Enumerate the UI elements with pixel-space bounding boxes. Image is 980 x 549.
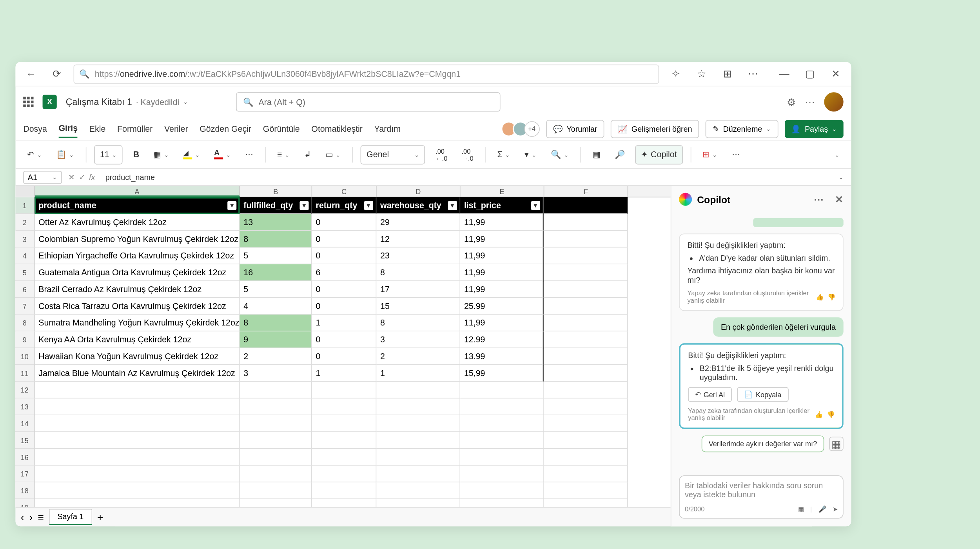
cell[interactable]: Kenya AA Orta Kavrulmuş Çekirdek 12oz bbox=[35, 332, 240, 349]
copilot-more-icon[interactable]: ⋯ bbox=[814, 194, 824, 205]
cancel-icon[interactable]: ✕ bbox=[68, 173, 74, 182]
cell[interactable]: 8 bbox=[377, 264, 461, 281]
filter-icon[interactable]: ▾ bbox=[448, 201, 457, 210]
user-avatar[interactable] bbox=[824, 92, 843, 111]
cell[interactable] bbox=[377, 499, 461, 507]
cell[interactable] bbox=[544, 298, 628, 315]
row-header[interactable]: 17 bbox=[15, 466, 34, 483]
pivot-button[interactable]: ▦ bbox=[589, 145, 604, 164]
url-bar[interactable]: 🔍 https://onedrive.live.com/:w:/t/EaCKkP… bbox=[74, 64, 659, 84]
cell[interactable]: Sumatra Mandheling Yoğun Kavrulmuş Çekir… bbox=[35, 315, 240, 332]
formula-input[interactable]: product_name bbox=[102, 171, 832, 183]
expand-formula-icon[interactable]: ⌄ bbox=[838, 174, 844, 180]
cell[interactable]: 8 bbox=[377, 315, 461, 332]
send-icon[interactable]: ➤ bbox=[833, 506, 838, 513]
cell[interactable] bbox=[312, 415, 377, 432]
cell[interactable]: 2 bbox=[240, 348, 312, 365]
col-header-b[interactable]: B bbox=[240, 186, 312, 197]
more-font-button[interactable]: ⋯ bbox=[241, 145, 257, 164]
cell[interactable] bbox=[240, 432, 312, 449]
cell[interactable]: 11,99 bbox=[461, 231, 544, 248]
copilot-button[interactable]: ✦ Copilot bbox=[635, 145, 683, 164]
cell[interactable] bbox=[544, 248, 628, 265]
cell[interactable] bbox=[377, 466, 461, 483]
col-header-f[interactable]: F bbox=[544, 186, 628, 197]
cell[interactable] bbox=[461, 432, 544, 449]
cell[interactable] bbox=[377, 382, 461, 399]
cell[interactable]: 0 bbox=[312, 248, 377, 265]
row-header[interactable]: 13 bbox=[15, 399, 34, 416]
autosum-button[interactable]: Σ ⌄ bbox=[494, 145, 514, 164]
cell[interactable]: 0 bbox=[312, 332, 377, 349]
col-header-d[interactable]: D bbox=[377, 186, 461, 197]
cell[interactable] bbox=[312, 399, 377, 416]
tab-automate[interactable]: Otomatikleştir bbox=[311, 120, 363, 137]
cell[interactable]: 11,99 bbox=[461, 315, 544, 332]
row-header[interactable]: 8 bbox=[15, 315, 34, 332]
cell[interactable]: 11,99 bbox=[461, 264, 544, 281]
cell[interactable]: 9 bbox=[240, 332, 312, 349]
cell[interactable] bbox=[35, 466, 240, 483]
cell[interactable]: 0 bbox=[312, 214, 377, 231]
cell[interactable]: Guatemala Antigua Orta Kavrulmuş Çekirde… bbox=[35, 264, 240, 281]
cell[interactable]: 13.99 bbox=[461, 348, 544, 365]
thumbs-up-icon[interactable]: 👍 bbox=[816, 293, 824, 300]
thumbs-down-icon[interactable]: 👎 bbox=[828, 293, 835, 300]
cell[interactable] bbox=[35, 415, 240, 432]
cell[interactable]: 12.99 bbox=[461, 332, 544, 349]
cell[interactable]: 15,99 bbox=[461, 365, 544, 382]
cell[interactable] bbox=[461, 382, 544, 399]
cell[interactable]: 11,99 bbox=[461, 214, 544, 231]
add-sheet-button[interactable]: + bbox=[97, 511, 103, 523]
table-header-cell[interactable]: product_name▾ bbox=[35, 197, 240, 214]
table-header-cell[interactable]: fullfilled_qty▾ bbox=[240, 197, 312, 214]
cell[interactable] bbox=[544, 365, 628, 382]
merge-button[interactable]: ▭ ⌄ bbox=[321, 145, 345, 164]
row-header[interactable]: 14 bbox=[15, 415, 34, 432]
tab-formulas[interactable]: Formüller bbox=[117, 120, 152, 137]
cell[interactable]: 0 bbox=[312, 281, 377, 298]
row-header[interactable]: 3 bbox=[15, 231, 34, 248]
thumbs-up-icon[interactable]: 👍 bbox=[815, 411, 823, 418]
tab-help[interactable]: Yardım bbox=[374, 120, 401, 137]
cell[interactable] bbox=[35, 399, 240, 416]
cell[interactable]: Brazil Cerrado Az Kavrulmuş Çekirdek 12o… bbox=[35, 281, 240, 298]
cell[interactable]: Colombian Supremo Yoğun Kavrulmuş Çekird… bbox=[35, 231, 240, 248]
row-header[interactable]: 16 bbox=[15, 449, 34, 466]
ribbon-collapse-button[interactable]: ⌄ bbox=[831, 145, 844, 164]
copilot-input[interactable]: Bir tablodaki veriler hakkında soru soru… bbox=[679, 475, 843, 518]
row-header[interactable]: 15 bbox=[15, 432, 34, 449]
fx-icon[interactable]: fx bbox=[89, 173, 95, 182]
favorites-icon[interactable]: ☆ bbox=[693, 65, 711, 83]
cell[interactable] bbox=[544, 264, 628, 281]
cell[interactable] bbox=[377, 482, 461, 499]
row-header[interactable]: 12 bbox=[15, 382, 34, 399]
suggestion-grid-icon[interactable]: ▦ bbox=[829, 437, 843, 451]
cell[interactable]: 0 bbox=[312, 231, 377, 248]
row-header[interactable]: 5 bbox=[15, 264, 34, 281]
cell[interactable] bbox=[461, 466, 544, 483]
cell[interactable]: 5 bbox=[240, 281, 312, 298]
cell[interactable]: Otter Az Kavrulmuş Çekirdek 12oz bbox=[35, 214, 240, 231]
cell[interactable]: 11,99 bbox=[461, 281, 544, 298]
cell[interactable] bbox=[461, 415, 544, 432]
tab-home[interactable]: Giriş bbox=[58, 119, 78, 138]
settings-icon[interactable]: ⚙ bbox=[787, 96, 796, 108]
cell[interactable]: Ethiopian Yirgacheffe Orta Kavrulmuş Çek… bbox=[35, 248, 240, 265]
cell[interactable] bbox=[544, 415, 628, 432]
cell[interactable] bbox=[544, 332, 628, 349]
select-all-corner[interactable] bbox=[15, 186, 34, 197]
search-input[interactable]: 🔍 Ara (Alt + Q) bbox=[236, 92, 500, 111]
increase-decimal-button[interactable]: .00←.0 bbox=[432, 145, 451, 164]
col-header-a[interactable]: A bbox=[35, 186, 240, 197]
cell[interactable]: 17 bbox=[377, 281, 461, 298]
refresh-button[interactable]: ⟳ bbox=[48, 65, 66, 83]
cell[interactable]: 25.99 bbox=[461, 298, 544, 315]
paste-button[interactable]: 📋 ⌄ bbox=[52, 145, 78, 164]
cell[interactable] bbox=[240, 399, 312, 416]
cell[interactable]: 15 bbox=[377, 298, 461, 315]
cell[interactable] bbox=[377, 415, 461, 432]
table-header-cell[interactable]: warehouse_qty▾ bbox=[377, 197, 461, 214]
font-color-button[interactable]: ⌄ bbox=[210, 145, 235, 164]
app-launcher-icon[interactable] bbox=[23, 97, 33, 107]
